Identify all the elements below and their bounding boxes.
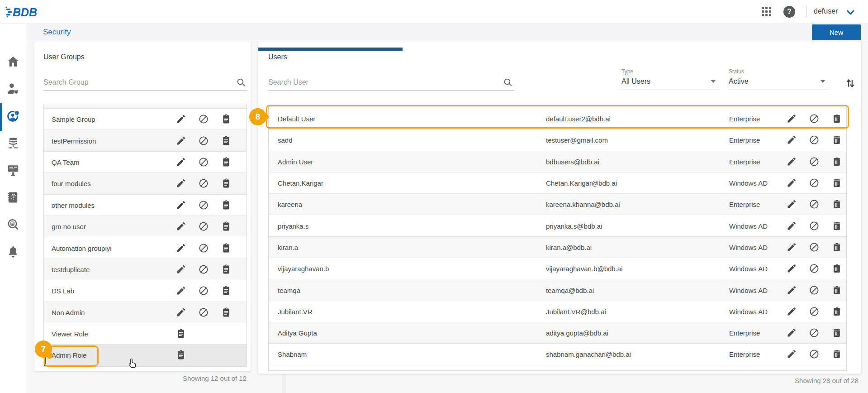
sidebar-item-classroom[interactable] (0, 160, 26, 182)
sidebar-item-home[interactable] (0, 52, 26, 73)
disable-user-button[interactable] (809, 263, 820, 274)
disable-group-button[interactable] (198, 178, 209, 189)
edit-group-button[interactable] (175, 221, 186, 232)
copy-group-button[interactable] (221, 114, 232, 125)
disable-user-button[interactable] (809, 134, 820, 145)
edit-user-button[interactable] (786, 177, 797, 188)
copy-group-button[interactable] (221, 200, 232, 211)
edit-group-button[interactable] (175, 243, 186, 254)
copy-group-button[interactable] (175, 328, 186, 339)
user-row[interactable]: Aditya Guptaaditya.gupta@bdb.aiEnterpris… (269, 322, 846, 344)
disable-user-button[interactable] (809, 242, 820, 253)
new-button[interactable]: New (812, 24, 861, 40)
delete-user-button[interactable] (831, 113, 842, 124)
edit-user-button[interactable] (786, 370, 797, 371)
edit-group-button[interactable] (175, 264, 186, 275)
delete-user-button[interactable] (831, 134, 842, 145)
type-filter-dropdown[interactable]: Type All Users (621, 68, 720, 90)
copy-group-button[interactable] (221, 178, 232, 189)
edit-user-button[interactable] (786, 263, 797, 274)
delete-user-button[interactable] (831, 370, 842, 371)
edit-user-button[interactable] (786, 242, 797, 253)
edit-user-button[interactable] (786, 285, 797, 296)
disable-user-button[interactable] (809, 156, 820, 167)
edit-group-button[interactable] (175, 200, 186, 211)
bdb-logo[interactable]: BDB (5, 4, 38, 23)
delete-user-button[interactable] (831, 349, 842, 359)
copy-group-button[interactable] (221, 221, 232, 232)
user-menu[interactable]: defuser (814, 7, 838, 15)
edit-group-button[interactable] (175, 114, 186, 125)
edit-user-button[interactable] (786, 220, 797, 231)
sidebar-item-user-management[interactable] (0, 79, 26, 101)
disable-user-button[interactable] (809, 220, 820, 231)
user-row[interactable]: saddtestuser@gmail.comEnterprise (269, 129, 846, 151)
user-row[interactable]: Chetan.KarigarChetan.Karigar@bdb.aiWindo… (269, 173, 846, 194)
group-row[interactable]: four modules (44, 173, 247, 194)
type-filter-value[interactable]: All Users (621, 77, 720, 90)
edit-user-button[interactable] (786, 349, 797, 359)
edit-user-button[interactable] (786, 134, 797, 145)
group-row[interactable]: QA Team (44, 152, 247, 173)
copy-group-button[interactable] (221, 285, 232, 296)
delete-user-button[interactable] (831, 306, 842, 317)
delete-user-button[interactable] (831, 220, 842, 231)
group-row[interactable]: Non Admin (44, 302, 247, 323)
copy-group-button[interactable] (221, 243, 232, 254)
user-row[interactable]: kiran.akiran.a@bdb.aiWindows AD (269, 237, 846, 258)
disable-group-button[interactable] (198, 243, 209, 254)
delete-user-button[interactable] (831, 263, 842, 274)
group-row[interactable]: grn no user (44, 216, 247, 237)
status-filter-dropdown[interactable]: Status Active (729, 68, 829, 90)
disable-group-button[interactable] (198, 285, 209, 296)
disable-user-button[interactable] (809, 177, 820, 188)
edit-group-button[interactable] (175, 157, 186, 168)
user-row[interactable]: teamqateamqa@bdb.aiWindows AD (269, 279, 846, 301)
disable-group-button[interactable] (198, 114, 209, 125)
sidebar-item-data-center[interactable] (0, 133, 26, 155)
edit-user-button[interactable] (786, 306, 797, 317)
group-row[interactable]: Automation groupiyi (44, 237, 247, 259)
group-row[interactable]: other modules (44, 195, 247, 216)
disable-user-button[interactable] (809, 306, 820, 317)
sidebar-item-notifications[interactable] (0, 242, 26, 264)
user-row[interactable]: Admin Userbdbusers@bdb.aiEnterprise (269, 151, 846, 173)
edit-group-button[interactable] (175, 135, 186, 146)
disable-user-button[interactable] (809, 370, 820, 371)
disable-user-button[interactable] (809, 285, 820, 296)
group-row[interactable]: DS Lab (44, 280, 247, 302)
group-row[interactable]: testPermission (44, 130, 247, 151)
sidebar-item-data-search[interactable] (0, 215, 26, 236)
chevron-down-icon[interactable] (847, 9, 854, 17)
group-row[interactable]: testduplicate (44, 259, 247, 280)
group-row[interactable]: Admin Role (44, 345, 247, 366)
search-icon[interactable] (503, 77, 513, 87)
edit-user-button[interactable] (786, 156, 797, 167)
help-icon[interactable]: ? (783, 6, 795, 18)
sidebar-item-audit-log[interactable] (0, 187, 26, 209)
sidebar-item-security[interactable] (0, 106, 26, 128)
edit-user-button[interactable] (786, 327, 797, 338)
delete-user-button[interactable] (831, 177, 842, 188)
user-row[interactable]: Default Userdefault.user2@bdb.aiEnterpri… (269, 108, 846, 129)
disable-user-button[interactable] (809, 327, 820, 338)
group-row[interactable]: Viewer Role (44, 323, 247, 345)
group-search-input[interactable] (43, 77, 247, 91)
apps-grid-icon[interactable] (762, 7, 771, 16)
user-row[interactable]: Jubilant.VRJubilant.VR@bdb.aiWindows AD (269, 301, 846, 322)
delete-user-button[interactable] (831, 156, 842, 167)
disable-group-button[interactable] (198, 221, 209, 232)
edit-group-button[interactable] (175, 178, 186, 189)
user-search-input[interactable] (268, 77, 514, 91)
disable-group-button[interactable] (198, 200, 209, 211)
copy-group-button[interactable] (221, 307, 232, 318)
group-row[interactable]: Sample Group (44, 109, 247, 130)
delete-user-button[interactable] (831, 327, 842, 338)
delete-user-button[interactable] (831, 199, 842, 210)
search-icon[interactable] (236, 77, 246, 87)
disable-group-button[interactable] (198, 264, 209, 275)
disable-group-button[interactable] (198, 135, 209, 146)
status-filter-value[interactable]: Active (729, 77, 829, 90)
copy-group-button[interactable] (221, 157, 232, 168)
edit-user-button[interactable] (786, 113, 797, 124)
